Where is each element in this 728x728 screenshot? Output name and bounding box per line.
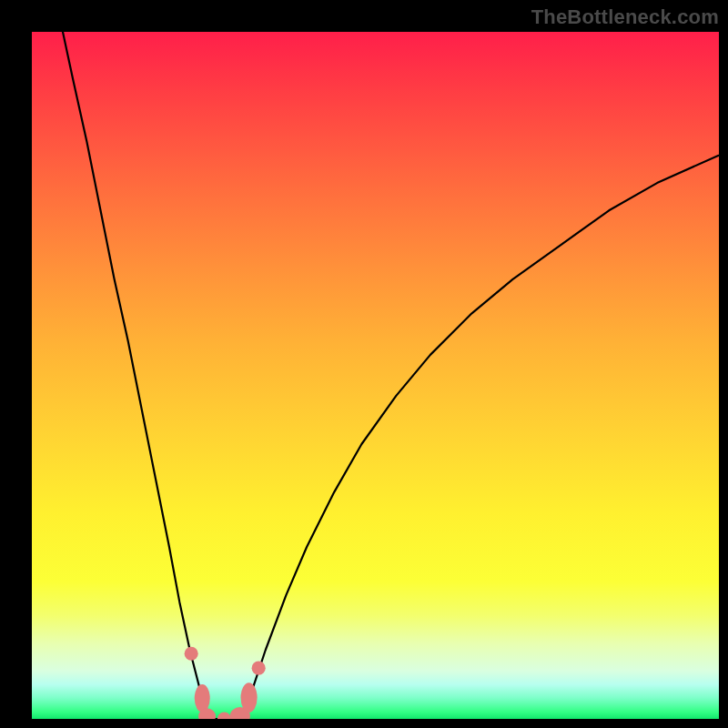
marker-0 [185, 647, 198, 661]
series-right-branch [241, 156, 718, 717]
plot-area [32, 32, 719, 719]
curve-markers [185, 647, 266, 719]
marker-3 [217, 712, 231, 719]
series-left-branch [63, 32, 207, 717]
marker-1 [195, 684, 210, 713]
curve-svg [32, 32, 719, 719]
chart-frame: TheBottleneck.com [0, 0, 728, 728]
marker-5 [241, 682, 258, 713]
curve-paths [63, 32, 718, 719]
watermark-text: TheBottleneck.com [531, 5, 719, 29]
marker-6 [252, 662, 266, 675]
